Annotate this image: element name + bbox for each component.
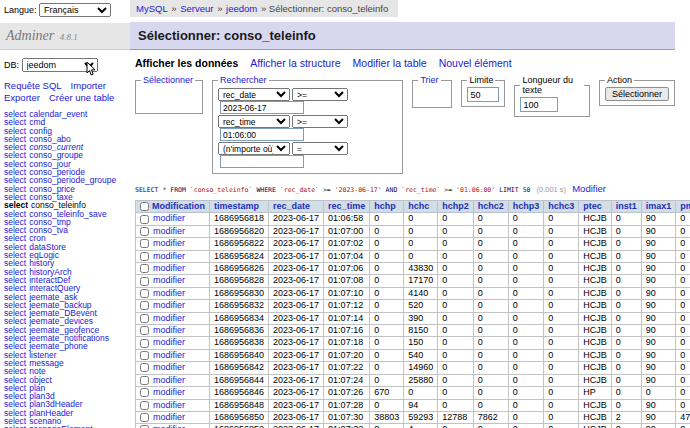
search-operator-select[interactable]: >= [292,88,348,101]
row-checkbox[interactable] [140,239,149,248]
column-header-link[interactable]: pmax [680,201,690,211]
data-cell: 0 [611,225,641,237]
search-value-input[interactable] [220,128,304,141]
column-header-link[interactable]: hchc2 [478,201,504,211]
data-cell: 0 [370,300,404,312]
column-header-link[interactable]: hchc [408,201,429,211]
column-header-link[interactable]: timestamp [214,201,259,211]
search-value-input[interactable] [220,155,304,168]
table-name-link[interactable]: scenarioElement [29,424,92,428]
tab-link[interactable]: Nouvel élément [439,57,512,69]
select-columns-link[interactable]: Sélectionner [143,75,193,85]
column-header-link[interactable]: rec_date [273,201,310,211]
row-checkbox[interactable] [140,339,149,348]
row-checkbox[interactable] [140,351,149,360]
sort-fieldset: Trier [412,75,452,108]
limit-input[interactable] [467,87,499,102]
data-cell: 0 [438,399,474,411]
data-cell: 0 [676,225,690,237]
row-checkbox[interactable] [140,264,149,273]
modifier-link[interactable]: modifier [153,387,185,397]
row-checkbox[interactable] [140,401,149,410]
column-header-link[interactable]: imax1 [646,201,672,211]
column-header-link[interactable]: hchp3 [513,201,540,211]
row-checkbox[interactable] [140,326,149,335]
tab-link[interactable]: Afficher les données [135,57,238,69]
row-checkbox[interactable] [140,215,149,224]
row-checkbox[interactable] [140,413,149,422]
modifier-link[interactable]: modifier [153,313,185,323]
data-cell: 2023-06-17 [269,362,324,374]
search-operator-select[interactable]: = [292,142,348,155]
row-checkbox[interactable] [140,363,149,372]
breadcrumb-link[interactable]: Serveur [180,3,213,14]
column-header-link[interactable]: ptec [583,201,602,211]
row-checkbox[interactable] [140,227,149,236]
sidebar-link[interactable]: Créer une table [49,92,114,103]
data-cell: 01:07:14 [324,312,370,324]
row-action-cell: modifier [136,349,210,361]
column-header-link[interactable]: inst1 [616,201,637,211]
modifier-link[interactable]: modifier [153,288,185,298]
column-header-link[interactable]: hchp2 [442,201,469,211]
modifier-link[interactable]: modifier [153,325,185,335]
row-checkbox[interactable] [140,301,149,310]
language-select[interactable]: Français [39,3,111,17]
search-value-input[interactable] [220,101,304,114]
search-link[interactable]: Rechercher [220,75,267,85]
modifier-link[interactable]: modifier [153,362,185,372]
modifier-link[interactable]: modifier [153,263,185,273]
modifier-link[interactable]: modifier [153,226,185,236]
data-cell: 1686956830 [210,287,269,299]
modifier-link[interactable]: modifier [153,350,185,360]
select-table-link[interactable]: select [4,424,26,428]
data-cell: 1686956826 [210,263,269,275]
sort-link[interactable]: Trier [420,75,438,85]
tab-link[interactable]: Afficher la structure [250,57,340,69]
search-column-select[interactable]: rec_date [218,88,290,101]
sidebar-link[interactable]: Exporter [4,92,40,103]
modifier-link[interactable]: modifier [153,213,185,223]
modifier-link[interactable]: modifier [153,251,185,261]
search-column-select[interactable]: rec_time [218,115,290,128]
sidebar-link[interactable]: Requête SQL [4,80,62,91]
breadcrumb-link[interactable]: jeedom [226,3,257,14]
sidebar-link[interactable]: Importer [71,80,106,91]
data-cell: 0 [676,399,690,411]
row-checkbox[interactable] [140,314,149,323]
modifier-link[interactable]: modifier [153,424,185,428]
data-cell: HCJB [579,250,612,262]
breadcrumb-link[interactable]: MySQL [136,3,168,14]
data-cell: HP [579,387,612,399]
search-column-select[interactable]: (n'importe où) [218,142,290,155]
modifier-link[interactable]: modifier [153,275,185,285]
modifier-link[interactable]: modifier [153,300,185,310]
column-header-link[interactable]: rec_time [328,201,365,211]
edit-query-link[interactable]: Modifier [572,183,606,194]
data-cell: 0 [544,263,579,275]
column-header-link[interactable]: hchp [374,201,396,211]
row-checkbox[interactable] [140,252,149,261]
row-checkbox[interactable] [140,277,149,286]
select-all-checkbox[interactable] [140,202,149,211]
search-operator-select[interactable]: >= [292,115,348,128]
search-rows: rec_date>=rec_time>=(n'importe où)= [218,88,397,168]
row-checkbox[interactable] [140,376,149,385]
tab-link[interactable]: Modifier la table [353,57,427,69]
modification-header-link[interactable]: Modification [152,201,205,211]
modifier-link[interactable]: modifier [153,412,185,422]
modifier-link[interactable]: modifier [153,375,185,385]
row-checkbox[interactable] [140,388,149,397]
modifier-link[interactable]: modifier [153,238,185,248]
column-header-link[interactable]: hchc3 [548,201,574,211]
data-cell: 0 [676,325,690,337]
text-length-input[interactable] [520,97,558,112]
data-cell: 2023-06-17 [269,325,324,337]
data-cell: 0 [676,349,690,361]
row-checkbox[interactable] [140,289,149,298]
data-cell: 0 [438,225,474,237]
modifier-link[interactable]: modifier [153,400,185,410]
modifier-link[interactable]: modifier [153,337,185,347]
select-submit-button[interactable]: Sélectionner [605,87,669,101]
data-cell: 90 [641,287,676,299]
